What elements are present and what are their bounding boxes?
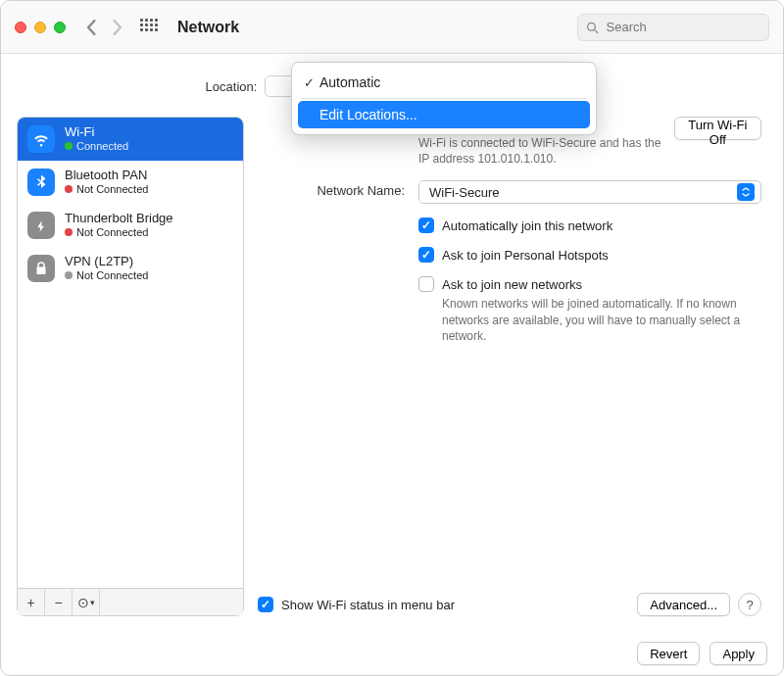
titlebar: Network xyxy=(1,1,783,54)
action-menu-icon: ⊙ xyxy=(77,595,89,610)
menu-separator xyxy=(302,98,586,99)
auto-join-checkbox-row[interactable]: Automatically join this network xyxy=(418,217,761,233)
search-icon xyxy=(586,21,599,34)
search-input[interactable] xyxy=(605,19,760,35)
checkbox-show-status[interactable] xyxy=(258,597,273,612)
network-preferences-window: Network Location: ✓ Automatic xyxy=(0,0,784,676)
service-thunderbolt-bridge[interactable]: Thunderbolt Bridge Not Connected xyxy=(18,204,243,247)
location-menu-item-automatic[interactable]: ✓ Automatic xyxy=(298,69,590,96)
service-status: Not Connected xyxy=(65,226,173,239)
window-controls xyxy=(15,22,66,33)
fullscreen-icon[interactable] xyxy=(54,22,66,33)
ask-hotspots-row: Ask to join Personal Hotspots xyxy=(258,247,761,263)
checkbox-auto-join[interactable] xyxy=(418,217,434,233)
service-vpn[interactable]: VPN (L2TP) Not Connected xyxy=(18,247,243,290)
service-name: VPN (L2TP) xyxy=(65,255,148,269)
wifi-icon xyxy=(27,125,55,153)
search-field[interactable] xyxy=(577,14,769,41)
status-dot-icon xyxy=(65,271,73,279)
auto-join-row: Automatically join this network xyxy=(258,217,761,233)
service-bluetooth-pan[interactable]: Bluetooth PAN Not Connected xyxy=(18,161,243,204)
service-status: Connected xyxy=(65,140,128,153)
checkbox-ask-hotspots[interactable] xyxy=(418,247,434,263)
network-name-value: WiFi-Secure xyxy=(429,185,500,200)
location-menu-item-edit[interactable]: Edit Locations... xyxy=(298,101,590,128)
footer: Revert Apply xyxy=(1,632,783,675)
status-dot-icon xyxy=(65,228,73,236)
back-button[interactable] xyxy=(83,20,99,35)
status-subtext: Wi-Fi is connected to WiFi-Secure and ha… xyxy=(418,135,664,167)
status-dot-icon xyxy=(65,185,73,193)
service-sidebar: Wi-Fi Connected Bluetooth PAN Not Connec… xyxy=(17,117,244,616)
location-row: Location: ✓ Automatic Edit Locations... xyxy=(17,70,767,103)
service-list-toolbar: + − ⊙▾ xyxy=(17,589,244,616)
help-button[interactable]: ? xyxy=(738,593,761,616)
body: Location: ✓ Automatic Edit Locations... xyxy=(1,54,783,632)
network-name-row: Network Name: WiFi-Secure xyxy=(258,180,761,204)
service-name: Bluetooth PAN xyxy=(65,169,148,183)
network-name-label: Network Name: xyxy=(258,180,405,198)
service-wifi[interactable]: Wi-Fi Connected xyxy=(18,118,243,161)
location-label: Location: xyxy=(206,79,258,94)
ask-new-row: Ask to join new networks Known networks … xyxy=(258,276,761,344)
ask-hotspots-label: Ask to join Personal Hotspots xyxy=(442,248,609,263)
thunderbolt-icon xyxy=(27,212,55,239)
detail-bottom-row: Show Wi-Fi status in menu bar Advanced..… xyxy=(258,583,761,616)
ask-hotspots-checkbox-row[interactable]: Ask to join Personal Hotspots xyxy=(418,247,761,263)
checkbox-ask-new[interactable] xyxy=(418,276,434,292)
close-icon[interactable] xyxy=(15,22,26,33)
page-title: Network xyxy=(177,19,239,36)
network-name-select[interactable]: WiFi-Secure xyxy=(418,180,761,204)
detail-pane: Status: Connected Wi-Fi is connected to … xyxy=(258,117,767,616)
ask-new-note: Known networks will be joined automatica… xyxy=(418,296,752,344)
checkmark-icon: ✓ xyxy=(304,75,315,90)
lock-icon xyxy=(27,255,55,282)
svg-line-1 xyxy=(595,29,598,32)
service-name: Wi-Fi xyxy=(65,125,128,140)
show-status-label: Show Wi-Fi status in menu bar xyxy=(281,598,455,612)
main-columns: Wi-Fi Connected Bluetooth PAN Not Connec… xyxy=(17,117,767,616)
add-service-button[interactable]: + xyxy=(18,589,45,615)
service-list[interactable]: Wi-Fi Connected Bluetooth PAN Not Connec… xyxy=(17,117,244,589)
more-actions-button[interactable]: ⊙▾ xyxy=(73,589,100,615)
bluetooth-icon xyxy=(27,169,55,196)
auto-join-label: Automatically join this network xyxy=(442,218,612,233)
turn-wifi-off-button[interactable]: Turn Wi-Fi Off xyxy=(674,117,761,140)
service-status: Not Connected xyxy=(65,183,148,196)
ask-new-checkbox-row[interactable]: Ask to join new networks xyxy=(418,276,761,292)
status-dot-icon xyxy=(65,142,73,150)
remove-service-button[interactable]: − xyxy=(45,589,73,615)
chevron-down-icon xyxy=(737,183,755,201)
show-status-checkbox-row[interactable]: Show Wi-Fi status in menu bar xyxy=(258,597,455,612)
revert-button[interactable]: Revert xyxy=(637,642,700,665)
ask-new-label: Ask to join new networks xyxy=(442,277,582,292)
advanced-button[interactable]: Advanced... xyxy=(637,593,730,616)
location-menu: ✓ Automatic Edit Locations... xyxy=(291,62,597,135)
menu-item-label: Edit Locations... xyxy=(319,107,417,122)
menu-item-label: Automatic xyxy=(319,74,380,90)
show-all-prefs-button[interactable] xyxy=(140,19,158,36)
minimize-icon[interactable] xyxy=(34,22,46,33)
apply-button[interactable]: Apply xyxy=(710,642,767,665)
service-name: Thunderbolt Bridge xyxy=(65,212,173,226)
service-status: Not Connected xyxy=(65,269,148,282)
forward-button[interactable] xyxy=(109,20,124,35)
